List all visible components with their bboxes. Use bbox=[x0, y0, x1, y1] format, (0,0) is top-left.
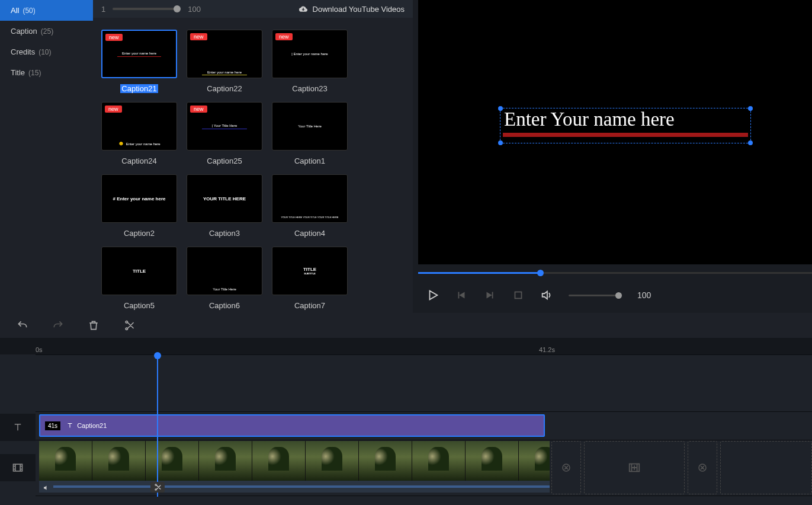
gallery-item[interactable]: newEnter your name hereCaption21 bbox=[101, 30, 177, 94]
preview-scrubber[interactable] bbox=[418, 270, 812, 276]
template-thumbnail[interactable]: new| Your Title Here bbox=[187, 102, 262, 151]
redo-button[interactable] bbox=[52, 319, 64, 331]
sidebar-label: All bbox=[11, 6, 19, 15]
volume-icon[interactable] bbox=[540, 289, 553, 302]
gallery-item[interactable]: new| Enter your name hereCaption23 bbox=[272, 30, 348, 94]
template-label: Caption24 bbox=[121, 156, 156, 165]
gallery-item[interactable]: Your Title HereCaption6 bbox=[187, 247, 262, 311]
category-sidebar: All (50) Caption (25) Credits (10) Title… bbox=[0, 0, 93, 313]
gallery-item[interactable]: Your Title HereCaption1 bbox=[272, 102, 348, 166]
transition-slot[interactable] bbox=[551, 441, 581, 494]
template-thumbnail[interactable]: TITLESUBTITLE bbox=[272, 247, 348, 295]
template-thumbnail[interactable]: # Enter your name here bbox=[101, 174, 177, 223]
gallery-item[interactable]: newEnter your name hereCaption22 bbox=[187, 30, 262, 94]
timeline-ruler[interactable]: 0s41.2s bbox=[0, 338, 812, 354]
stop-button[interactable] bbox=[512, 289, 525, 302]
template-label: Caption25 bbox=[207, 156, 242, 165]
timeline-toolbar bbox=[0, 313, 812, 338]
new-badge: new bbox=[105, 106, 122, 113]
svg-rect-1 bbox=[14, 464, 23, 471]
template-thumbnail[interactable]: new☻ Enter your name here bbox=[101, 102, 177, 151]
download-label: Download YouTube Videos bbox=[313, 5, 405, 14]
template-thumbnail[interactable]: new| Enter your name here bbox=[272, 30, 348, 78]
new-badge: new bbox=[190, 33, 207, 40]
transition-slot-2[interactable] bbox=[688, 441, 717, 494]
template-thumbnail[interactable]: YOUR TITLE HERE YOUR TITLE YOUR TITLE HE… bbox=[272, 174, 348, 223]
volume-slider[interactable] bbox=[569, 295, 622, 296]
speaker-icon bbox=[43, 483, 50, 490]
video-clip[interactable] bbox=[39, 441, 550, 481]
template-thumbnail[interactable]: newEnter your name here bbox=[187, 30, 262, 78]
template-label: Caption22 bbox=[207, 84, 242, 93]
volume-value: 100 bbox=[637, 290, 651, 300]
play-button[interactable] bbox=[426, 289, 439, 302]
template-thumbnail[interactable]: Your Title Here bbox=[187, 247, 262, 295]
sidebar-count: (10) bbox=[38, 48, 51, 56]
cut-button[interactable] bbox=[123, 319, 135, 331]
template-label: Caption1 bbox=[294, 156, 325, 165]
delete-button[interactable] bbox=[88, 319, 100, 331]
sidebar-label: Credits bbox=[11, 47, 35, 56]
template-label: Caption4 bbox=[294, 229, 325, 238]
gallery-item[interactable]: TITLESUBTITLECaption7 bbox=[272, 247, 348, 311]
ruler-mark: 41.2s bbox=[539, 346, 555, 353]
preview-controls: 100 bbox=[418, 283, 812, 307]
sidebar-label: Caption bbox=[11, 27, 37, 36]
template-thumbnail[interactable]: TITLE bbox=[101, 247, 177, 295]
video-drop-slot-2[interactable] bbox=[720, 441, 812, 494]
gallery-item[interactable]: new| Your Title HereCaption25 bbox=[187, 102, 262, 166]
clip-duration: 41s bbox=[45, 421, 60, 430]
sidebar-item-title[interactable]: Title (15) bbox=[0, 62, 93, 83]
sidebar-count: (15) bbox=[28, 69, 41, 77]
template-label: Caption2 bbox=[124, 229, 155, 238]
sidebar-item-credits[interactable]: Credits (10) bbox=[0, 41, 93, 62]
sidebar-label: Title bbox=[11, 68, 25, 77]
new-badge: new bbox=[190, 106, 207, 113]
thumb-size-min: 1 bbox=[101, 5, 105, 14]
thumb-size-max: 100 bbox=[188, 5, 201, 14]
clip-name: Caption21 bbox=[66, 422, 107, 429]
template-label: Caption3 bbox=[209, 229, 240, 238]
preview-text[interactable]: Enter Your name here bbox=[500, 108, 750, 130]
template-thumbnail[interactable]: YOUR TITLE HERE bbox=[187, 174, 262, 223]
template-label: Caption21 bbox=[120, 84, 158, 93]
playhead-cut-icon[interactable] bbox=[150, 482, 165, 493]
sidebar-count: (50) bbox=[23, 7, 35, 15]
sidebar-count: (25) bbox=[41, 27, 53, 36]
playhead[interactable] bbox=[157, 354, 158, 497]
text-overlay-selection[interactable]: Enter Your name here bbox=[500, 108, 751, 143]
undo-button[interactable] bbox=[17, 319, 28, 331]
ruler-mark: 0s bbox=[36, 346, 43, 353]
gallery-item[interactable]: # Enter your name hereCaption2 bbox=[101, 174, 177, 238]
video-track-icon bbox=[0, 454, 36, 481]
next-frame-button[interactable] bbox=[483, 289, 496, 302]
gallery-item[interactable]: YOUR TITLE HERE YOUR TITLE YOUR TITLE HE… bbox=[272, 174, 348, 238]
text-underline bbox=[503, 133, 748, 137]
template-label: Caption23 bbox=[292, 84, 327, 93]
template-thumbnail[interactable]: newEnter your name here bbox=[101, 30, 177, 78]
text-track-icon bbox=[0, 414, 36, 441]
thumb-size-slider[interactable] bbox=[113, 8, 181, 10]
download-youtube-link[interactable]: Download YouTube Videos bbox=[299, 5, 405, 14]
sidebar-item-caption[interactable]: Caption (25) bbox=[0, 21, 93, 41]
gallery-item[interactable]: new☻ Enter your name hereCaption24 bbox=[101, 102, 177, 166]
template-gallery: newEnter your name hereCaption21newEnter… bbox=[93, 18, 413, 313]
svg-rect-0 bbox=[515, 292, 522, 299]
gallery-item[interactable]: TITLECaption5 bbox=[101, 247, 177, 311]
sidebar-item-all[interactable]: All (50) bbox=[0, 0, 93, 21]
gallery-header: 1 100 Download YouTube Videos bbox=[93, 0, 413, 18]
cloud-download-icon bbox=[299, 5, 308, 13]
audio-track[interactable] bbox=[39, 481, 550, 493]
prev-frame-button[interactable] bbox=[455, 289, 468, 302]
template-thumbnail[interactable]: Your Title Here bbox=[272, 102, 348, 151]
playhead-handle[interactable] bbox=[154, 352, 161, 359]
new-badge: new bbox=[105, 34, 123, 41]
timeline: 41s Caption21 bbox=[0, 354, 812, 505]
new-badge: new bbox=[275, 33, 293, 40]
template-label: Caption5 bbox=[124, 301, 155, 310]
text-clip[interactable]: 41s Caption21 bbox=[39, 414, 545, 437]
preview-panel[interactable]: Enter Your name here bbox=[418, 0, 812, 264]
template-label: Caption7 bbox=[294, 301, 325, 310]
gallery-item[interactable]: YOUR TITLE HERECaption3 bbox=[187, 174, 262, 238]
video-drop-slot[interactable] bbox=[584, 441, 685, 494]
